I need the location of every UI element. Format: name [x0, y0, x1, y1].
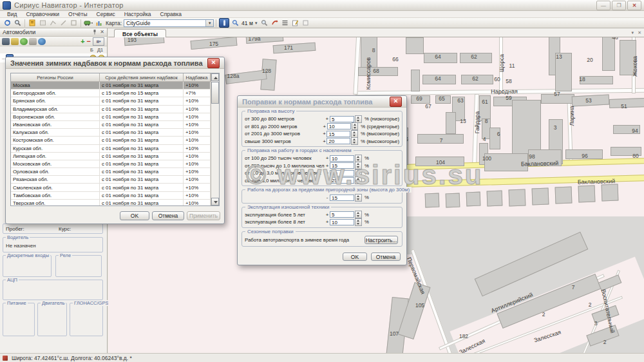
map-source-combo[interactable]: CityGuide ▼ — [124, 19, 214, 27]
measure-icon-disabled[interactable] — [59, 19, 68, 27]
spinner[interactable] — [352, 122, 359, 130]
table-row[interactable]: Воронежская обл. с 01 ноября по 31 марта… — [11, 113, 219, 121]
pin-icon[interactable] — [92, 29, 97, 36]
spinner[interactable] — [355, 115, 362, 123]
find-vehicle-icon[interactable] — [2, 38, 10, 45]
table-row[interactable]: Липецкая обл. с 01 ноября по 31 марта +1… — [11, 153, 219, 160]
search-icon[interactable] — [13, 19, 22, 27]
spin-input[interactable]: 20 — [330, 170, 354, 176]
spinner[interactable] — [355, 211, 362, 218]
spinner[interactable] — [355, 176, 362, 184]
regions-table[interactable]: Регионы РоссииСрок действия зимних надба… — [10, 73, 220, 206]
globe-blue-icon[interactable] — [38, 38, 46, 45]
winter-apply-button[interactable]: Применить — [187, 211, 220, 220]
table-header-0[interactable]: Регионы России — [11, 73, 100, 82]
add-vehicle-icon[interactable]: + — [80, 37, 84, 45]
spin-input[interactable]: 10 — [330, 155, 354, 162]
table-row[interactable]: Брянская обл. с 01 ноября по 31 марта +1… — [11, 97, 219, 105]
menu-item-4[interactable]: Настройка — [120, 11, 156, 18]
menu-item-1[interactable]: Справочники — [21, 11, 64, 18]
spinner[interactable] — [355, 218, 362, 226]
spin-input[interactable]: 10 — [327, 123, 351, 129]
spin-input[interactable]: 5 — [330, 116, 354, 122]
spinner[interactable] — [355, 155, 362, 162]
spinner[interactable] — [351, 137, 358, 145]
refresh-icon[interactable] — [3, 19, 12, 27]
fuel-cancel-button[interactable]: Отмена — [371, 252, 401, 261]
tab-all-objects[interactable]: Все объекты — [114, 29, 166, 38]
report-icon[interactable] — [28, 19, 37, 27]
spin-input[interactable]: 5 — [330, 211, 354, 218]
table-header-2[interactable]: Надбавка — [184, 73, 211, 82]
winter-dialog-close-icon[interactable]: ✕ — [207, 58, 220, 68]
spin-input[interactable]: 20 — [327, 138, 350, 144]
spinner[interactable] — [351, 130, 358, 138]
menu-item-2[interactable]: Отчёты — [64, 11, 92, 18]
vehicle-photo-icon[interactable] — [29, 38, 37, 45]
table-row[interactable]: Тамбовская обл. с 01 ноября по 31 марта … — [11, 192, 219, 200]
fuel-ok-button[interactable]: OK — [343, 252, 367, 261]
zoom-out-icon[interactable] — [260, 19, 269, 27]
menu-item-5[interactable]: Справка — [156, 11, 186, 18]
spin-input[interactable]: 15 — [330, 162, 354, 169]
scroll-up-icon[interactable] — [211, 73, 219, 81]
table-scrollbar[interactable] — [211, 73, 219, 205]
maximize-button[interactable]: ❐ — [612, 1, 626, 10]
chart-icon[interactable] — [94, 19, 103, 27]
table-row[interactable]: Тверская обл. с 01 ноября по 31 марта +1… — [11, 200, 219, 206]
globe-green-icon[interactable] — [20, 38, 28, 45]
chevron-down-icon[interactable]: ▼ — [205, 20, 213, 26]
tab-close-icon[interactable]: ✕ — [638, 30, 641, 35]
scroll-thumb[interactable] — [211, 82, 219, 104]
scroll-down-icon[interactable] — [211, 198, 219, 205]
fuel-dialog-close-icon[interactable]: ✕ — [390, 97, 402, 107]
track-icon-disabled[interactable] — [48, 19, 57, 27]
spin-input[interactable]: 15 — [327, 131, 350, 137]
area-icon-disabled[interactable] — [69, 19, 78, 27]
tab-list-icon[interactable]: ▾ — [631, 30, 634, 35]
spinner[interactable] — [355, 194, 362, 202]
table-row[interactable]: Калужская обл. с 01 ноября по 31 марта +… — [11, 129, 219, 137]
table-row[interactable]: Смоленская обл. с 01 ноября по 31 марта … — [11, 184, 219, 191]
zoom-in-icon[interactable] — [231, 19, 240, 27]
remove-vehicle-icon[interactable]: − — [87, 37, 91, 45]
legend-icon[interactable] — [281, 19, 290, 27]
history-icon-disabled[interactable] — [38, 19, 47, 27]
traffic-toggle-icon[interactable] — [219, 18, 229, 28]
table-row[interactable]: Костромская обл. с 01 ноября по 31 марта… — [11, 137, 219, 144]
table-row[interactable]: Москва с 01 ноября по 31 марта +10% — [11, 82, 219, 90]
table-header-1[interactable]: Срок действия зимних надбавок — [100, 73, 184, 82]
table-row[interactable]: Ивановская обл. с 01 ноября по 31 марта … — [11, 121, 219, 129]
spinner[interactable] — [355, 169, 362, 177]
panel-close-icon[interactable]: ✕ — [100, 29, 104, 36]
minimize-button[interactable]: — — [596, 1, 611, 10]
menu-item-0[interactable]: Вид — [3, 11, 21, 18]
spin-input[interactable]: 25 — [330, 177, 354, 184]
vehicle-filter-icon[interactable] — [84, 19, 93, 27]
map-building — [555, 187, 573, 204]
spinner[interactable] — [355, 162, 362, 169]
edit-vehicle-icon[interactable] — [11, 38, 19, 45]
fuel-dialog-titlebar[interactable]: Поправки к нормам расхода топлива ✕ — [238, 96, 406, 108]
columns-split-button[interactable]: ▦▾ — [93, 37, 104, 46]
spin-input[interactable]: 15 — [330, 195, 354, 201]
spin-input[interactable]: 10 — [330, 219, 354, 225]
winter-dialog-titlebar[interactable]: Значения зимних надбавок к нормам расход… — [6, 57, 224, 69]
table-row[interactable]: Московская обл. с 01 ноября по 31 марта … — [11, 160, 219, 168]
table-row[interactable]: Белгородская обл. с 15 ноября по 15 март… — [11, 90, 219, 97]
configure-button[interactable]: Настроить... — [365, 236, 398, 244]
table-row[interactable]: Курская обл. с 01 ноября по 31 марта +10… — [11, 145, 219, 153]
table-row[interactable]: Рязанская обл. с 01 ноября по 31 марта +… — [11, 176, 219, 184]
select-mode-icon[interactable] — [301, 19, 310, 27]
close-button[interactable]: ✕ — [627, 1, 641, 10]
edit-map-icon[interactable] — [291, 19, 300, 27]
table-row[interactable]: Орловская обл. с 01 ноября по 31 марта +… — [11, 168, 219, 176]
tree-collapse-icon[interactable]: – — [2, 55, 5, 61]
home-view-icon[interactable] — [270, 19, 279, 27]
table-row[interactable]: Владимирская обл. с 01 ноября по 31 март… — [11, 106, 219, 113]
map-scale-dropdown[interactable]: 41 м ▼ — [242, 20, 258, 26]
winter-ok-button[interactable]: OK — [120, 211, 149, 220]
building-number: 182 — [459, 333, 468, 339]
menu-item-3[interactable]: Сервис — [92, 11, 120, 18]
winter-cancel-button[interactable]: Отмена — [152, 211, 184, 220]
